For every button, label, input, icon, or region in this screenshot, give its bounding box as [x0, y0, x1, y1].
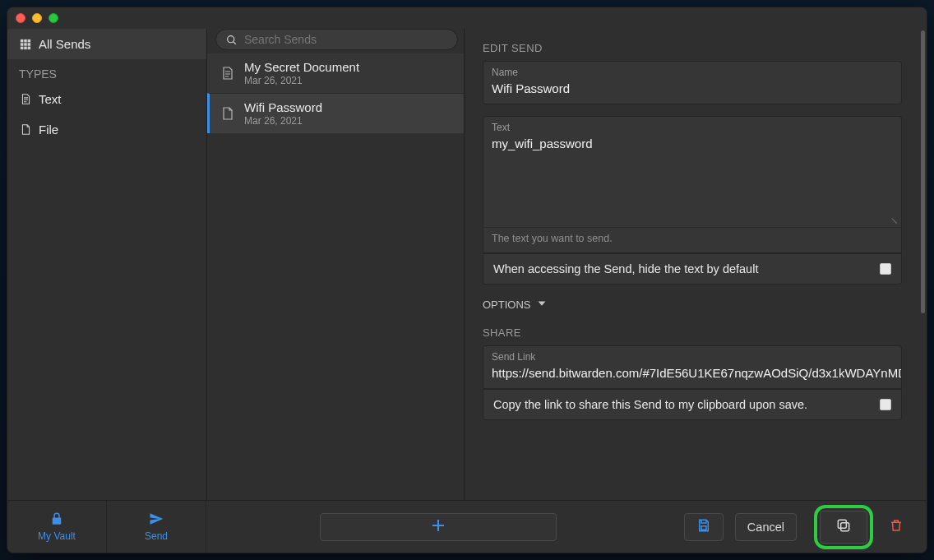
- hide-text-checkbox[interactable]: [880, 263, 891, 275]
- sidebar-type-text[interactable]: Text: [7, 84, 206, 114]
- add-send-button[interactable]: [320, 513, 557, 541]
- list-item-text: My Secret Document Mar 26, 2021: [244, 60, 359, 86]
- footer-actions: Cancel: [671, 501, 927, 553]
- delete-button[interactable]: [879, 513, 913, 541]
- search-input[interactable]: [244, 33, 449, 46]
- app-footer: My Vault Send Cancel: [7, 500, 927, 553]
- text-file-icon: [19, 93, 32, 106]
- share-link-label: Send Link: [483, 346, 901, 363]
- text-help: The text you want to send.: [483, 228, 901, 252]
- name-input[interactable]: [483, 78, 901, 104]
- detail-panel: EDIT SEND Name Text The text you want to…: [465, 29, 920, 500]
- svg-rect-2: [28, 39, 31, 42]
- svg-rect-11: [841, 523, 849, 531]
- tab-my-vault-label: My Vault: [38, 530, 76, 542]
- window-titlebar: [7, 7, 927, 29]
- detail-heading: EDIT SEND: [483, 42, 902, 54]
- chevron-down-icon: [536, 298, 548, 312]
- list-item-date: Mar 26, 2021: [244, 115, 322, 127]
- window-close-button[interactable]: [16, 13, 25, 23]
- svg-rect-0: [21, 39, 24, 42]
- resize-handle-icon[interactable]: [890, 215, 898, 224]
- copy-icon: [835, 517, 852, 536]
- tab-my-vault[interactable]: My Vault: [7, 501, 107, 553]
- scrollbar-thumb[interactable]: [921, 30, 925, 313]
- tab-send[interactable]: Send: [107, 501, 206, 553]
- name-field-block: Name: [483, 61, 902, 104]
- text-field-block: Text The text you want to send.: [483, 116, 902, 253]
- list-item[interactable]: Wifi Password Mar 26, 2021: [207, 93, 464, 133]
- plus-icon: [432, 517, 445, 536]
- file-icon: [220, 105, 236, 122]
- sidebar-type-label: File: [39, 123, 58, 137]
- text-field-label: Text: [483, 117, 901, 133]
- list-item-date: Mar 26, 2021: [244, 75, 359, 86]
- svg-rect-3: [21, 43, 24, 46]
- sidebar: All Sends TYPES Text File: [7, 29, 207, 500]
- svg-rect-12: [838, 520, 846, 528]
- share-heading: SHARE: [483, 326, 902, 339]
- svg-rect-5: [28, 43, 31, 46]
- svg-rect-4: [24, 43, 27, 46]
- svg-rect-8: [28, 46, 31, 49]
- sidebar-all-sends[interactable]: All Sends: [7, 29, 206, 59]
- svg-rect-6: [21, 46, 24, 49]
- list-item-title: Wifi Password: [244, 100, 322, 115]
- list-item-title: My Secret Document: [244, 60, 359, 75]
- list-item-text: Wifi Password Mar 26, 2021: [244, 100, 322, 127]
- grid-icon: [19, 38, 32, 51]
- tab-send-label: Send: [145, 530, 168, 542]
- sidebar-all-sends-label: All Sends: [39, 37, 90, 51]
- window-zoom-button[interactable]: [49, 13, 58, 23]
- scrollbar[interactable]: [920, 29, 927, 500]
- hide-text-label: When accessing the Send, hide the text b…: [493, 262, 758, 275]
- save-button[interactable]: [684, 513, 724, 541]
- copy-on-save-label: Copy the link to share this Send to my c…: [493, 398, 807, 411]
- lock-icon: [49, 511, 64, 529]
- options-toggle[interactable]: OPTIONS: [483, 298, 902, 312]
- cancel-button[interactable]: Cancel: [735, 513, 797, 541]
- app-body: All Sends TYPES Text File: [7, 29, 927, 500]
- add-bar: [206, 501, 671, 553]
- options-heading: OPTIONS: [483, 299, 531, 311]
- share-link-block: Send Link https://send.bitwarden.com/#7I…: [483, 345, 902, 389]
- window-minimize-button[interactable]: [32, 13, 42, 23]
- svg-rect-10: [701, 526, 706, 530]
- text-file-icon: [220, 65, 236, 81]
- trash-icon: [889, 518, 904, 535]
- share-link-value[interactable]: https://send.bitwarden.com/#7IdE56U1KE67…: [483, 363, 901, 388]
- svg-point-9: [227, 35, 234, 42]
- hide-text-row[interactable]: When accessing the Send, hide the text b…: [483, 253, 902, 285]
- sidebar-types-heading: TYPES: [7, 59, 206, 84]
- save-icon: [696, 518, 711, 535]
- app-window: All Sends TYPES Text File: [7, 7, 927, 553]
- text-textarea[interactable]: [483, 133, 901, 224]
- svg-rect-7: [24, 46, 27, 49]
- copy-on-save-checkbox[interactable]: [880, 399, 891, 410]
- svg-rect-1: [24, 39, 27, 42]
- name-field-label: Name: [483, 62, 901, 78]
- sidebar-type-label: Text: [39, 92, 62, 106]
- copy-on-save-row[interactable]: Copy the link to share this Send to my c…: [483, 389, 902, 420]
- copy-link-button[interactable]: [820, 511, 867, 544]
- sidebar-type-file[interactable]: File: [7, 114, 206, 145]
- file-icon: [19, 123, 32, 137]
- list-item[interactable]: My Secret Document Mar 26, 2021: [207, 53, 464, 93]
- send-list-column: My Secret Document Mar 26, 2021 Wifi Pas…: [207, 29, 465, 500]
- search-icon: [224, 33, 238, 46]
- search-field[interactable]: [215, 29, 458, 50]
- cancel-label: Cancel: [747, 521, 784, 534]
- paper-plane-icon: [149, 511, 164, 529]
